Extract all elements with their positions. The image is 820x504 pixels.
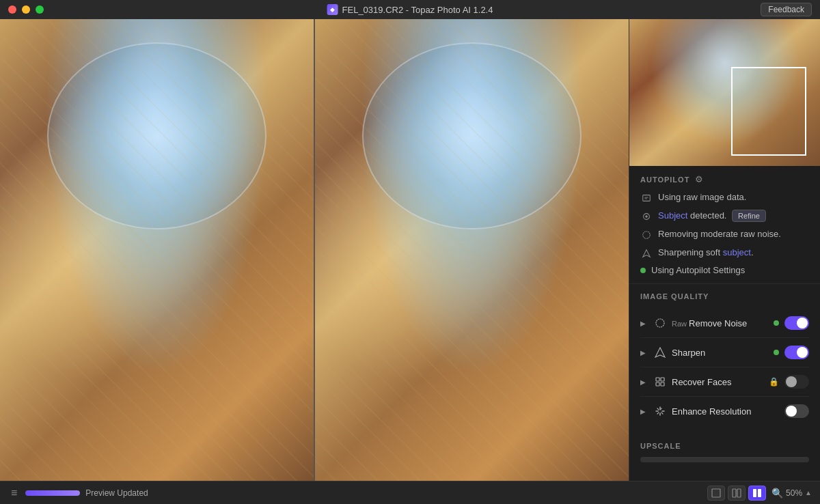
minimize-button[interactable] [22,5,30,14]
noise-icon [640,229,653,241]
svg-point-3 [643,232,651,239]
svg-rect-9 [712,489,720,497]
autopilot-subject-text: Subject detected. Refine [658,210,766,222]
autopilot-sharpen-text: Sharpening soft subject. [658,247,754,259]
enhance-resolution-label: Enhance Resolution [672,406,784,417]
sharpen-subject-highlight: subject [723,247,751,257]
zoom-arrow-icon[interactable]: ▲ [805,489,812,496]
svg-rect-13 [758,489,761,497]
raw-data-icon [640,192,653,204]
sharpen-label: Sharpen [672,348,774,358]
remove-noise-prefix: Raw [672,320,689,328]
autopilot-item-noise: Removing moderate raw noise. [640,228,809,241]
autopilot-item-sharpen: Sharpening soft subject. [640,247,809,260]
preview-text: Preview Updated [85,488,148,498]
right-image-panel [315,19,629,481]
left-image-panel [0,19,314,481]
autopilot-section: AUTOPILOT ⚙ Using raw image data. [629,166,820,284]
svg-rect-12 [753,489,756,497]
window-controls [8,5,44,14]
autopilot-item-subject: Subject detected. Refine [640,210,809,223]
sharpen-row: ▶ Sharpen [640,338,809,367]
green-dot-icon [640,268,646,273]
image-quality-title: IMAGE QUALITY [640,292,809,300]
svg-rect-8 [661,382,664,386]
view-single-button[interactable] [707,486,725,501]
enhance-resolution-chevron[interactable]: ▶ [640,408,650,415]
zoom-icon: 🔍 [771,488,783,499]
autopilot-title: AUTOPILOT [640,176,689,184]
sharpen-icon [640,247,653,260]
subject-highlight: Subject [658,210,687,221]
menu-icon[interactable]: ≡ [8,484,20,502]
thumbnail-image [629,19,820,166]
zoom-level: 50% [786,488,802,498]
image-quality-section: IMAGE QUALITY ▶ Raw Remove Noise ▶ [629,284,820,434]
view-controls [707,486,766,501]
refine-button[interactable]: Refine [732,210,766,222]
titlebar: ◆ FEL_0319.CR2 - Topaz Photo AI 1.2.4 Fe… [0,0,820,19]
progress-bar [25,490,80,496]
remove-noise-status-dot [774,320,779,326]
remove-noise-label: Raw Remove Noise [672,318,774,328]
close-button[interactable] [8,5,16,14]
autopilot-header: AUTOPILOT ⚙ [640,174,809,184]
feedback-button[interactable]: Feedback [761,3,812,16]
recover-faces-chevron[interactable]: ▶ [640,378,650,386]
upscale-bar [640,457,809,462]
window-title: ◆ FEL_0319.CR2 - Topaz Photo AI 1.2.4 [327,4,493,15]
sharpen-row-icon [653,345,668,360]
sharpen-toggle[interactable] [784,346,809,359]
upscale-section: UPSCALE [629,434,820,479]
view-dual-button[interactable] [748,486,766,501]
bottom-toolbar: ≡ Preview Updated 🔍 50% ▲ [0,481,820,504]
lock-icon: 🔒 [769,377,779,387]
view-split-button[interactable] [728,486,746,501]
enhance-resolution-icon [653,404,668,419]
svg-rect-7 [656,382,659,386]
svg-rect-0 [643,195,651,201]
recover-faces-icon [653,374,668,389]
using-autopilot-text: Using Autopilot Settings [651,265,745,275]
remove-noise-chevron[interactable]: ▶ [640,320,650,327]
recover-faces-row: ▶ Recover Faces 🔒 [640,367,809,397]
image-panels [0,19,629,481]
remove-noise-icon [653,316,668,331]
right-dome-image [315,19,629,481]
svg-point-4 [656,319,664,327]
panel-divider [314,19,315,481]
remove-noise-toggle[interactable] [784,316,809,330]
thumbnail-area [629,19,820,166]
enhance-resolution-row: ▶ Enhance Resolution [640,397,809,425]
svg-rect-11 [737,489,741,497]
recover-faces-toggle[interactable] [784,375,809,389]
app-icon: ◆ [327,4,338,15]
sharpen-status-dot [774,350,779,355]
svg-rect-6 [661,378,664,381]
enhance-resolution-toggle[interactable] [784,404,809,418]
upscale-title: UPSCALE [640,442,809,450]
right-panel: AUTOPILOT ⚙ Using raw image data. [629,19,820,481]
main-content: AUTOPILOT ⚙ Using raw image data. [0,19,820,481]
autopilot-raw-text: Using raw image data. [658,191,746,204]
svg-rect-10 [733,489,736,497]
left-dome-image [0,19,314,481]
gear-icon[interactable]: ⚙ [695,174,703,184]
using-autopilot-row: Using Autopilot Settings [640,265,809,275]
raw-remove-noise-row: ▶ Raw Remove Noise [640,309,809,338]
subject-icon [640,210,653,223]
autopilot-item-raw: Using raw image data. [640,191,809,204]
progress-fill [25,490,80,496]
autopilot-noise-text: Removing moderate raw noise. [658,228,781,240]
svg-rect-5 [656,378,659,381]
maximize-button[interactable] [36,5,44,14]
zoom-control: 🔍 50% ▲ [771,488,812,499]
svg-point-2 [645,215,648,218]
recover-faces-label: Recover Faces [672,377,769,387]
sharpen-chevron[interactable]: ▶ [640,349,650,356]
